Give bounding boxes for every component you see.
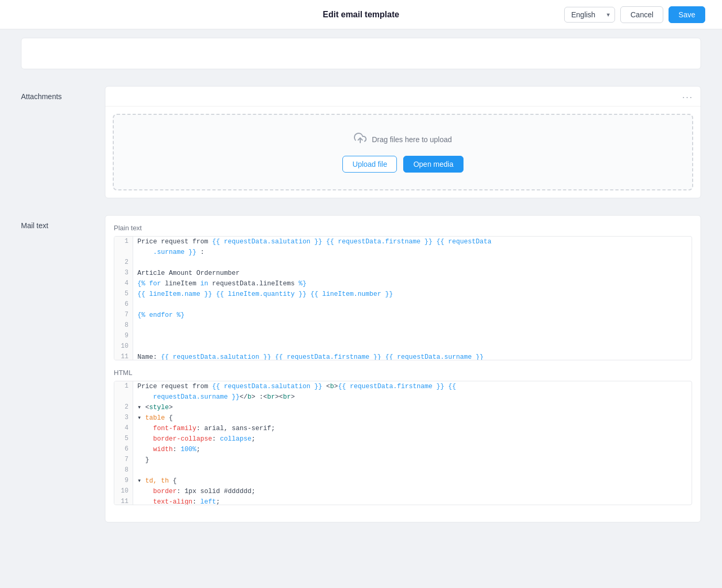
attachments-toolbar: ··· xyxy=(105,87,701,106)
table-row: 6 width: 100%; xyxy=(114,444,692,455)
mail-text-label: Mail text xyxy=(21,215,105,230)
table-row: 2 xyxy=(114,258,692,268)
table-row: 3 ▾ table { xyxy=(114,413,692,423)
plain-text-code-inner[interactable]: 1 Price request from {{ requestData.salu… xyxy=(114,237,692,360)
top-partial-area xyxy=(21,38,701,69)
table-row: 2 ▾ <style> xyxy=(114,402,692,413)
upload-cloud-icon xyxy=(354,132,367,147)
drag-files-text: Drag files here to upload xyxy=(372,135,452,144)
table-row: 11 text-align: left; xyxy=(114,497,692,505)
table-row: 7 {% endfor %} xyxy=(114,310,692,320)
table-row: requestData.surname }}</b> :<br><br> xyxy=(114,392,692,402)
language-select-wrapper[interactable]: EnglishGermanFrenchSpanish xyxy=(564,7,615,23)
table-row: 3 Article Amount Ordernumber xyxy=(114,268,692,279)
table-row: 9 ▾ td, th { xyxy=(114,476,692,486)
mail-text-section: Mail text Plain text 1 Price request fro… xyxy=(21,215,701,522)
upload-buttons: Upload file Open media xyxy=(342,156,463,173)
open-media-button[interactable]: Open media xyxy=(403,156,463,173)
table-row: 4 {% for lineItem in requestData.lineIte… xyxy=(114,279,692,289)
top-textarea-panel xyxy=(21,38,701,69)
table-row: 5 border-collapse: collapse; xyxy=(114,434,692,444)
table-row: 4 font-family: arial, sans-serif; xyxy=(114,423,692,434)
table-row: 1 Price request from {{ requestData.salu… xyxy=(114,237,692,247)
save-button[interactable]: Save xyxy=(669,6,705,23)
upload-drop-zone[interactable]: Drag files here to upload Upload file Op… xyxy=(113,114,693,190)
table-row: .surname }} : xyxy=(114,247,692,258)
table-row: 7 } xyxy=(114,455,692,465)
attachments-label: Attachments xyxy=(21,86,105,101)
table-row: 1 Price request from {{ requestData.salu… xyxy=(114,381,692,392)
table-row: 9 xyxy=(114,331,692,341)
html-code-inner[interactable]: 1 Price request from {{ requestData.salu… xyxy=(114,381,692,505)
table-row: 8 xyxy=(114,465,692,476)
plain-text-code-block: 1 Price request from {{ requestData.salu… xyxy=(114,236,692,360)
attachments-panel: ··· Drag files here to upload Uploa xyxy=(105,86,701,198)
upload-zone-text-row: Drag files here to upload xyxy=(354,132,452,147)
language-select[interactable]: EnglishGermanFrenchSpanish xyxy=(564,7,615,23)
upload-file-button[interactable]: Upload file xyxy=(342,156,397,173)
page-title: Edit email template xyxy=(323,10,400,19)
table-row: 10 border: 1px solid #dddddd; xyxy=(114,486,692,497)
main-content: Attachments ··· Drag files here to uploa… xyxy=(0,38,722,543)
html-label: HTML xyxy=(105,369,701,381)
table-row: 5 {{ lineItem.name }} {{ lineItem.quanti… xyxy=(114,289,692,300)
attachments-section: Attachments ··· Drag files here to uploa… xyxy=(21,86,701,198)
table-row: 6 xyxy=(114,300,692,310)
plain-text-label: Plain text xyxy=(105,224,701,236)
top-bar-actions: EnglishGermanFrenchSpanish Cancel Save xyxy=(564,6,705,23)
table-row: 11 Name: {{ requestData.salutation }} {{… xyxy=(114,352,692,360)
top-bar: Edit email template EnglishGermanFrenchS… xyxy=(0,0,722,29)
table-row: 8 xyxy=(114,320,692,331)
plain-text-table: 1 Price request from {{ requestData.salu… xyxy=(114,237,692,360)
cancel-button[interactable]: Cancel xyxy=(620,6,663,23)
mail-text-panel: Plain text 1 Price request from {{ reque… xyxy=(105,215,701,522)
attachments-more-icon[interactable]: ··· xyxy=(682,92,693,103)
html-table: 1 Price request from {{ requestData.salu… xyxy=(114,381,692,505)
html-code-block: 1 Price request from {{ requestData.salu… xyxy=(114,381,692,505)
table-row: 10 xyxy=(114,341,692,352)
